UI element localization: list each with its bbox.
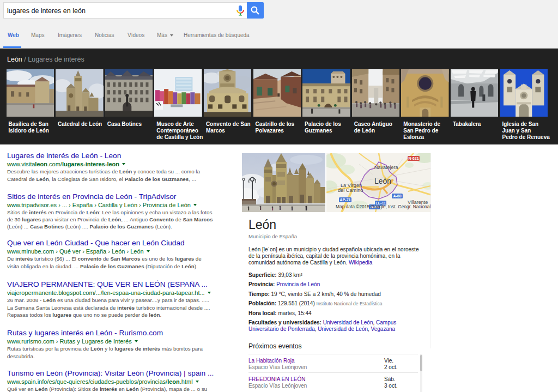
svg-text:León: León [374, 177, 391, 185]
svg-text:N-621: N-621 [408, 156, 418, 160]
svg-text:del Camino: del Camino [338, 188, 363, 193]
svg-text:AP-71: AP-71 [340, 198, 351, 202]
svg-text:Map data ©2015 Google, Inst. G: Map data ©2015 Google, Inst. Geogr. Naci… [336, 204, 430, 209]
svg-text:Navatejera: Navatejera [374, 165, 398, 170]
svg-text:A-60: A-60 [393, 194, 401, 198]
